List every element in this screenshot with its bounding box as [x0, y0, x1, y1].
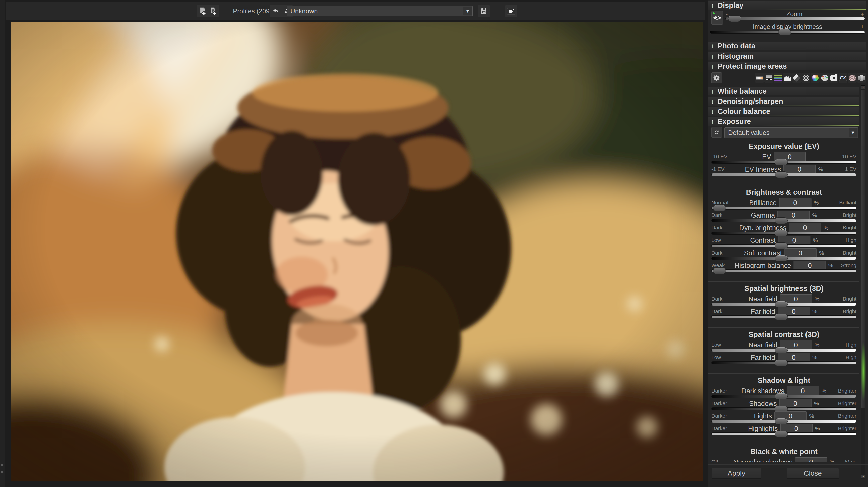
slider-value-group: Histogram balance0% — [735, 261, 833, 270]
brightness-plus-label[interactable]: + — [861, 24, 864, 30]
tab-ai[interactable] — [848, 73, 857, 83]
tab-palette[interactable] — [820, 73, 829, 83]
tab-effects[interactable]: FX — [839, 73, 847, 83]
group-black-white-point: Black & white pointOffMax.Normalise shad… — [708, 445, 860, 462]
image-preview-canvas[interactable] — [11, 22, 703, 481]
slider-thumb[interactable] — [775, 360, 788, 366]
zoom-slider[interactable] — [725, 17, 865, 20]
slider-row-far-field: LowHighFar field0% — [711, 353, 857, 365]
preset-select[interactable]: Default values ▼ — [724, 127, 858, 138]
slider-row-dark-shadows: DarkerBrighterDark shadows0% — [711, 387, 857, 398]
section-header-denoising-sharpen[interactable]: ↓Denoising/sharpen — [708, 97, 860, 106]
slider-track[interactable] — [711, 206, 857, 209]
group-title: Spatial brightness (3D) — [711, 284, 857, 293]
value-input[interactable]: 0 — [783, 165, 815, 174]
slider-track[interactable] — [711, 407, 857, 410]
slider-thumb[interactable] — [775, 171, 788, 178]
slider-thumb[interactable] — [775, 314, 788, 320]
tab-colour-sphere[interactable] — [811, 73, 819, 83]
slider-track[interactable] — [711, 244, 857, 247]
section-header-protect-image-areas[interactable]: ↓Protect image areas — [708, 62, 867, 70]
preview-toggle-button[interactable] — [711, 11, 723, 25]
zoom-plus-label[interactable]: + — [861, 11, 864, 18]
section-header-white-balance[interactable]: ↓White balance — [708, 87, 860, 95]
slider-track[interactable] — [711, 232, 857, 235]
new-profile-with-settings-button[interactable] — [208, 5, 219, 17]
slider-row-gamma: DarkBrightGamma0% — [711, 211, 857, 223]
value-input[interactable]: 0 — [779, 198, 811, 207]
slider-track[interactable] — [711, 303, 857, 306]
chevron-down-icon[interactable]: ▼ — [463, 7, 472, 15]
value-input[interactable]: 0 — [795, 457, 827, 462]
undo-button[interactable] — [270, 5, 282, 17]
new-profile-button[interactable] — [197, 5, 209, 17]
unit-label: % — [809, 413, 814, 420]
display-brightness-slider-thumb[interactable] — [778, 29, 791, 35]
zoom-minus-label[interactable]: - — [726, 11, 728, 18]
chevron-down-icon[interactable]: ▼ — [849, 128, 857, 137]
slider-track[interactable] — [711, 420, 857, 423]
scroll-up-arrow-icon[interactable]: ▲ — [862, 86, 865, 89]
preset-select-value: Default values — [728, 129, 770, 137]
tab-colour-balance[interactable] — [774, 73, 782, 83]
value-input[interactable]: 0 — [787, 386, 819, 396]
section-header-display[interactable]: ↑ Display — [708, 1, 867, 9]
slider-track[interactable] — [711, 173, 857, 176]
slider-track[interactable] — [711, 361, 857, 364]
group-spatial-brightness-3d: Spatial brightness (3D)DarkBrightNear fi… — [708, 282, 860, 327]
range-min-label: Dark — [711, 250, 722, 256]
range-max-label: Brighter — [838, 425, 857, 431]
apply-button[interactable]: Apply — [712, 468, 761, 479]
tab-denoise[interactable] — [764, 73, 773, 83]
slider-row-highlights: DarkerBrighterHighlights0% — [711, 424, 857, 436]
snapshot-button[interactable] — [505, 5, 517, 17]
slider-row-far-field: DarkBrightFar field0% — [711, 307, 857, 319]
tab-exposure[interactable] — [783, 73, 792, 83]
panel-scrollbar[interactable]: ▲ ▼ — [861, 85, 866, 479]
tab-camera[interactable] — [829, 73, 838, 83]
close-button[interactable]: Close — [787, 468, 839, 479]
tab-white-balance[interactable] — [755, 73, 764, 83]
settings-button[interactable] — [711, 73, 722, 83]
reset-preset-button[interactable] — [711, 127, 722, 138]
slider-thumb[interactable] — [775, 431, 788, 437]
tab-texture[interactable] — [802, 73, 810, 83]
section-header-photo-data[interactable]: ↓Photo data — [708, 42, 867, 50]
range-max-label: Brighter — [838, 400, 857, 406]
value-input[interactable]: 0 — [794, 261, 826, 270]
edge-mark — [1, 464, 3, 466]
range-max-label: High — [846, 342, 857, 348]
slider-track[interactable] — [711, 219, 857, 222]
section-header-histogram[interactable]: ↓Histogram — [708, 52, 867, 60]
slider-track[interactable] — [711, 161, 857, 164]
expand-arrow-icon: ↓ — [711, 62, 714, 70]
slider-value-group: Brilliance0% — [749, 198, 818, 207]
slider-track[interactable] — [711, 269, 857, 273]
profile-select[interactable]: Unknown ▼ — [287, 6, 473, 16]
unit-label: % — [828, 262, 833, 269]
new-profile-with-settings-icon — [209, 7, 218, 15]
value-input[interactable]: 0 — [789, 223, 821, 233]
section-header-exposure[interactable]: ↑Exposure — [708, 117, 860, 126]
brightness-minus-label[interactable]: - — [710, 24, 712, 30]
tab-contrast[interactable] — [792, 73, 801, 83]
slider-track[interactable] — [711, 349, 857, 352]
tab-lut[interactable] — [857, 73, 866, 83]
range-min-label: Darker — [711, 388, 727, 394]
display-brightness-slider[interactable] — [710, 31, 865, 34]
slider-thumb[interactable] — [713, 205, 726, 211]
slider-track[interactable] — [711, 315, 857, 318]
save-profile-button[interactable] — [478, 5, 490, 17]
slider-row-near-field: LowHighNear field0% — [711, 341, 857, 352]
slider-track[interactable] — [711, 395, 857, 398]
section-title: Display — [718, 1, 744, 9]
section-header-colour-balance[interactable]: ↓Colour balance — [708, 107, 860, 116]
slider-track[interactable] — [711, 257, 857, 260]
slider-row-brilliance: NormalBrilliantBrilliance0% — [711, 199, 857, 210]
left-edge-strip — [0, 0, 5, 487]
slider-track[interactable] — [711, 432, 857, 435]
slider-thumb[interactable] — [713, 268, 726, 274]
value-input[interactable]: 0 — [784, 248, 816, 258]
reset-icon — [713, 129, 720, 136]
zoom-slider-thumb[interactable] — [728, 15, 741, 22]
